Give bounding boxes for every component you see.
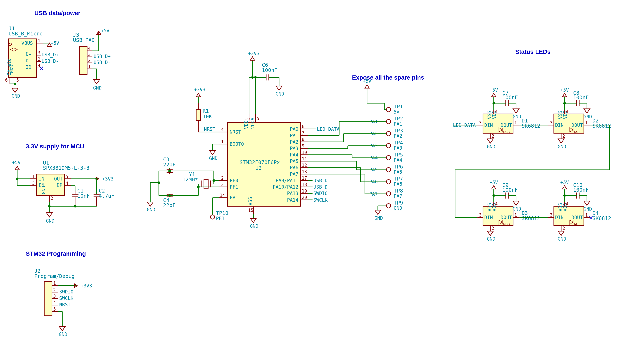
svg-text:PA0: PA0	[290, 126, 298, 132]
svg-text:SK6812: SK6812	[592, 215, 611, 221]
svg-text:PA4: PA4	[290, 152, 298, 158]
svg-text:TP1: TP1	[394, 104, 403, 110]
svg-text:100nF: 100nF	[262, 67, 278, 73]
svg-text:DOUT: DOUT	[572, 215, 583, 220]
component-r1: +3V3 R1 10K	[194, 87, 212, 132]
svg-text:PF1: PF1	[230, 184, 238, 190]
svg-point-203	[197, 186, 200, 188]
svg-text:5: 5	[66, 174, 68, 179]
svg-text:PA2: PA2	[290, 139, 298, 145]
svg-text:100nF: 100nF	[502, 94, 518, 100]
svg-text:1: 1	[585, 212, 588, 218]
svg-text:D-: D-	[26, 58, 31, 64]
svg-text:3: 3	[53, 294, 56, 299]
spare-pins: TP15VTP2PA1PA1TP3PA2PA2TP4PA3PA3TP5PA4PA…	[369, 104, 403, 211]
svg-text:+5V: +5V	[490, 180, 498, 185]
svg-text:1: 1	[514, 120, 517, 126]
svg-point-443	[492, 194, 495, 197]
svg-text:GND: GND	[147, 207, 156, 212]
svg-point-29	[14, 83, 16, 85]
section-usb: USB data/power	[34, 10, 80, 16]
svg-text:SK6812: SK6812	[522, 215, 540, 221]
svg-text:BOOT0: BOOT0	[230, 141, 244, 147]
svg-text:DIN: DIN	[484, 122, 493, 128]
svg-text:4: 4	[88, 46, 90, 51]
svg-text:DOUT: DOUT	[500, 122, 512, 128]
svg-point-241	[386, 120, 391, 124]
svg-text:1: 1	[53, 281, 56, 286]
svg-text:10K: 10K	[203, 114, 212, 120]
svg-text:NRST: NRST	[204, 126, 215, 132]
svg-text:USB_PAD: USB_PAD	[73, 37, 95, 43]
svg-text:3: 3	[550, 212, 552, 218]
svg-text:17: 17	[302, 176, 307, 181]
svg-text:USB_D+: USB_D+	[94, 54, 111, 59]
svg-text:2: 2	[53, 288, 56, 292]
svg-text:PA10/PA12: PA10/PA12	[273, 184, 298, 190]
svg-text:20: 20	[302, 195, 307, 200]
svg-text:GND: GND	[250, 224, 258, 229]
svg-text:3: 3	[32, 181, 34, 186]
svg-text:LED_DATA: LED_DATA	[317, 126, 340, 132]
svg-point-245	[386, 132, 391, 136]
svg-text:NRST: NRST	[59, 302, 71, 307]
svg-text:TP9: TP9	[394, 200, 403, 206]
svg-text:4: 4	[38, 63, 40, 68]
svg-point-233	[210, 215, 215, 219]
svg-text:GND: GND	[41, 186, 46, 194]
svg-text:SK6812: SK6812	[522, 123, 540, 129]
svg-point-253	[386, 156, 391, 160]
svg-text:RGB: RGB	[574, 222, 580, 226]
svg-text:GND: GND	[93, 85, 102, 90]
svg-text:USB_D-: USB_D-	[42, 58, 59, 64]
svg-text:3: 3	[221, 182, 224, 187]
svg-text:+5V: +5V	[560, 180, 569, 185]
svg-text:USB_D-: USB_D-	[94, 60, 111, 65]
svg-text:VSS: VSS	[248, 197, 253, 205]
svg-text:DIN: DIN	[555, 215, 564, 220]
svg-text:+5V: +5V	[560, 87, 569, 93]
svg-text:3: 3	[88, 52, 90, 57]
svg-text:2: 2	[492, 226, 494, 231]
svg-text:GND: GND	[558, 236, 566, 242]
svg-text:GND: GND	[46, 218, 54, 224]
svg-text:5: 5	[257, 116, 259, 121]
svg-text:18: 18	[302, 182, 307, 187]
svg-text:USB_D-: USB_D-	[314, 178, 330, 184]
svg-text:VDD: VDD	[244, 120, 249, 129]
svg-text:1: 1	[585, 120, 588, 126]
svg-text:TP7: TP7	[394, 176, 403, 182]
svg-text:2: 2	[562, 134, 565, 139]
svg-point-238	[386, 108, 391, 112]
component-j3: J3 USB_PAD 4 3 2 1	[73, 32, 95, 74]
svg-text:4.7uF: 4.7uF	[99, 193, 114, 199]
svg-rect-33	[79, 47, 87, 74]
svg-text:8: 8	[302, 137, 304, 142]
svg-text:PF0: PF0	[230, 178, 238, 183]
svg-text:OUT: OUT	[54, 176, 62, 182]
svg-text:GND: GND	[12, 93, 20, 99]
svg-point-434	[563, 102, 566, 104]
svg-text:SWCLK: SWCLK	[59, 296, 74, 301]
svg-text:SPX3819M5-L-3-3: SPX3819M5-L-3-3	[43, 165, 90, 171]
section-reg: 3.3V supply for MCU	[26, 143, 84, 150]
svg-text:PA13: PA13	[287, 191, 298, 196]
svg-text:BP: BP	[57, 182, 62, 188]
svg-text:+3V3: +3V3	[81, 283, 92, 288]
svg-point-202	[212, 179, 215, 182]
svg-point-249	[386, 144, 391, 148]
svg-text:Program/Debug: Program/Debug	[34, 273, 75, 279]
svg-rect-276	[44, 282, 52, 316]
svg-text:10nF: 10nF	[77, 193, 90, 199]
svg-text:2: 2	[492, 134, 494, 139]
svg-text:SK6812: SK6812	[592, 123, 611, 129]
svg-text:SWCLK: SWCLK	[314, 197, 328, 203]
svg-text:PA2: PA2	[394, 133, 402, 139]
svg-point-451	[563, 194, 566, 197]
svg-text:TP2: TP2	[394, 116, 403, 122]
svg-text:1: 1	[514, 212, 517, 218]
svg-text:PA3: PA3	[290, 146, 298, 151]
svg-text:Shield: Shield	[6, 58, 12, 75]
svg-text:PA1: PA1	[290, 133, 298, 138]
svg-point-265	[386, 192, 391, 196]
